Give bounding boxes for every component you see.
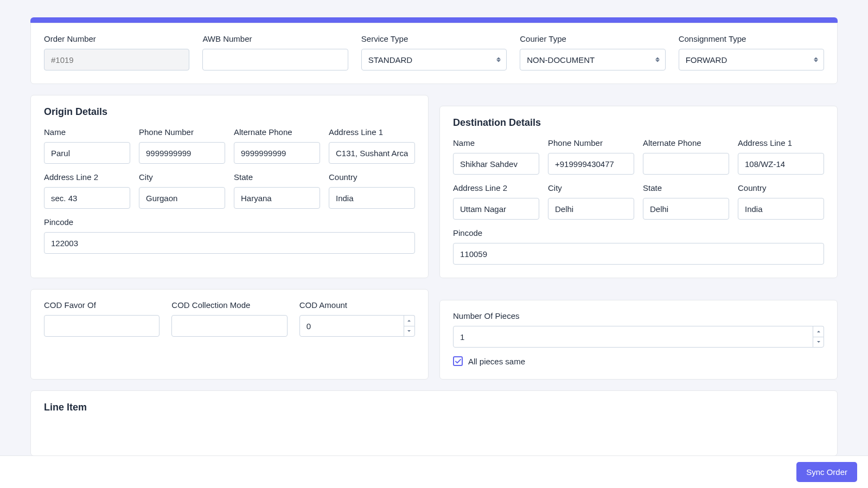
dest-state-input[interactable] (643, 198, 729, 220)
dest-country-input[interactable] (738, 198, 824, 220)
courier-type-select[interactable]: NON-DOCUMENT (520, 49, 665, 70)
origin-altphone-label: Alternate Phone (234, 127, 320, 137)
origin-state-input[interactable] (234, 187, 320, 209)
cod-amount-step-up[interactable] (404, 315, 415, 326)
origin-city-input[interactable] (139, 187, 225, 209)
origin-card: Origin Details Name Phone Number Alterna… (30, 95, 429, 278)
dest-city-input[interactable] (548, 198, 634, 220)
pieces-card: Number Of Pieces All pieces same (439, 300, 838, 380)
cod-mode-input[interactable] (171, 315, 287, 337)
awb-number-input[interactable] (202, 49, 348, 70)
origin-addr2-label: Address Line 2 (44, 172, 130, 182)
courier-type-label: Courier Type (520, 34, 665, 43)
origin-name-input[interactable] (44, 142, 130, 164)
cod-amount-input[interactable] (299, 315, 404, 337)
dest-altphone-input[interactable] (643, 153, 729, 175)
cod-favor-input[interactable] (44, 315, 159, 337)
dest-name-input[interactable] (453, 153, 539, 175)
destination-card: Destination Details Name Phone Number Al… (439, 106, 838, 278)
dest-phone-label: Phone Number (548, 138, 634, 147)
awb-number-label: AWB Number (202, 34, 348, 43)
order-number-input (44, 49, 189, 70)
destination-title: Destination Details (453, 117, 824, 129)
origin-country-input[interactable] (329, 187, 415, 209)
consignment-type-select[interactable]: FORWARD (679, 49, 824, 70)
line-item-title: Line Item (44, 402, 824, 413)
origin-title: Origin Details (44, 106, 415, 118)
origin-phone-label: Phone Number (139, 127, 225, 137)
dest-pincode-label: Pincode (453, 228, 824, 237)
dest-name-label: Name (453, 138, 539, 147)
origin-pincode-input[interactable] (44, 232, 415, 254)
origin-addr1-label: Address Line 1 (329, 127, 415, 137)
pieces-step-down[interactable] (813, 337, 824, 348)
accent-bar (30, 17, 838, 23)
check-icon (455, 358, 461, 364)
consignment-type-label: Consignment Type (679, 34, 824, 43)
service-type-label: Service Type (361, 34, 507, 43)
all-pieces-same-label: All pieces same (468, 357, 525, 366)
header-card: Order Number AWB Number Service Type STA… (30, 23, 838, 84)
dest-addr1-label: Address Line 1 (738, 138, 824, 147)
dest-addr2-label: Address Line 2 (453, 183, 539, 192)
cod-card: COD Favor Of COD Collection Mode COD Amo… (30, 289, 429, 380)
dest-state-label: State (643, 183, 729, 192)
dest-addr2-input[interactable] (453, 198, 539, 220)
origin-addr2-input[interactable] (44, 187, 130, 209)
dest-addr1-input[interactable] (738, 153, 824, 175)
origin-altphone-input[interactable] (234, 142, 320, 164)
line-item-card: Line Item (30, 390, 838, 455)
origin-state-label: State (234, 172, 320, 182)
dest-phone-input[interactable] (548, 153, 634, 175)
cod-mode-label: COD Collection Mode (171, 300, 287, 310)
sync-order-button[interactable]: Sync Order (796, 462, 857, 482)
service-type-select[interactable]: STANDARD (361, 49, 507, 70)
origin-name-label: Name (44, 127, 130, 137)
footer-bar: Sync Order (0, 455, 868, 488)
dest-country-label: Country (738, 183, 824, 192)
origin-city-label: City (139, 172, 225, 182)
origin-phone-input[interactable] (139, 142, 225, 164)
all-pieces-same-checkbox[interactable] (453, 356, 463, 366)
origin-addr1-input[interactable] (329, 142, 415, 164)
pieces-input[interactable] (453, 326, 813, 348)
pieces-label: Number Of Pieces (453, 311, 824, 320)
cod-amount-label: COD Amount (299, 300, 415, 310)
origin-country-label: Country (329, 172, 415, 182)
dest-city-label: City (548, 183, 634, 192)
pieces-step-up[interactable] (813, 326, 824, 337)
cod-favor-label: COD Favor Of (44, 300, 159, 310)
dest-pincode-input[interactable] (453, 243, 824, 265)
origin-pincode-label: Pincode (44, 217, 415, 227)
order-number-label: Order Number (44, 34, 189, 43)
cod-amount-step-down[interactable] (404, 326, 415, 337)
dest-altphone-label: Alternate Phone (643, 138, 729, 147)
